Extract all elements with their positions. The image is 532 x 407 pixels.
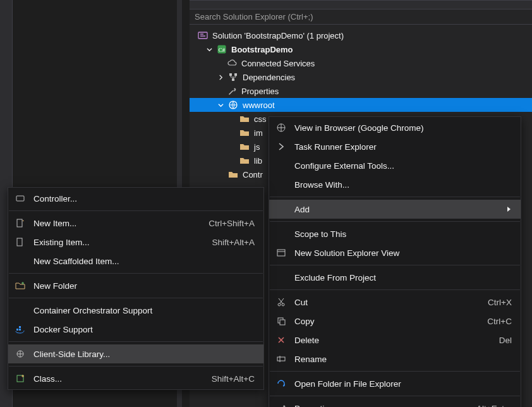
rename-icon: [274, 353, 288, 365]
svg-point-9: [278, 303, 281, 306]
open-icon: [274, 378, 288, 389]
menu-docker-support[interactable]: Docker Support: [8, 320, 263, 339]
solution-label: Solution 'BootstrapDemo' (1 project): [212, 31, 344, 40]
globe-icon: [227, 100, 239, 110]
menu-browse-with[interactable]: Browse With...: [269, 175, 521, 194]
context-menu: View in Browser (Google Chrome) Task Run…: [269, 116, 521, 407]
menu-separator: [270, 197, 520, 197]
svg-rect-16: [17, 238, 22, 246]
menu-separator: [9, 298, 263, 298]
menu-new-solution-explorer-view[interactable]: New Solution Explorer View: [269, 243, 521, 262]
add-submenu: Controller... New Item... Ctrl+Shift+A E…: [8, 187, 264, 390]
svg-rect-15: [17, 219, 22, 227]
menu-separator: [270, 289, 520, 290]
docker-icon: [13, 324, 27, 335]
connected-services-node[interactable]: Connected Services: [190, 56, 532, 70]
new-item-icon: [13, 217, 27, 229]
menu-exclude-from-project[interactable]: Exclude From Project: [269, 268, 521, 287]
menu-properties[interactable]: Properties Alt+Enter: [269, 399, 521, 407]
copy-icon: [274, 315, 288, 327]
expander-closed-icon[interactable]: [216, 73, 225, 82]
svg-rect-17: [16, 329, 18, 331]
new-folder-icon: [13, 280, 27, 291]
wrench-icon: [226, 86, 238, 96]
class-icon: [13, 373, 27, 384]
menu-view-in-browser[interactable]: View in Browser (Google Chrome): [269, 118, 521, 137]
svg-rect-3: [229, 73, 232, 76]
folder-icon: [239, 128, 250, 138]
menu-client-side-library[interactable]: Client-Side Library...: [8, 344, 263, 363]
menu-separator: [9, 366, 263, 367]
menu-configure-external-tools[interactable]: Configure External Tools...: [269, 156, 521, 175]
folder-icon: [239, 142, 250, 152]
window-icon: [274, 247, 288, 258]
menu-rename[interactable]: Rename: [269, 349, 521, 368]
dependencies-node[interactable]: Dependencies: [190, 70, 532, 84]
csharp-project-icon: C#: [216, 44, 227, 54]
svg-text:C#: C#: [219, 47, 226, 53]
svg-rect-4: [234, 73, 237, 76]
library-icon: [13, 348, 27, 360]
menu-separator: [270, 265, 520, 265]
menu-copy[interactable]: Copy Ctrl+C: [269, 312, 521, 331]
svg-rect-12: [280, 320, 285, 325]
menu-separator: [270, 396, 520, 396]
menu-controller[interactable]: Controller...: [8, 189, 263, 208]
wrench-icon: [274, 403, 288, 407]
svg-rect-13: [277, 357, 285, 361]
wwwroot-node[interactable]: wwwroot: [190, 98, 532, 112]
submenu-arrow-icon: [507, 205, 512, 214]
existing-item-icon: [13, 236, 27, 248]
menu-separator: [9, 210, 263, 211]
menu-open-folder-in-explorer[interactable]: Open Folder in File Explorer: [269, 374, 521, 393]
menu-separator: [270, 221, 520, 222]
folder-icon: [239, 155, 250, 166]
menu-container-orchestrator[interactable]: Container Orchestrator Support: [8, 301, 263, 320]
cut-icon: [274, 296, 288, 308]
menu-scope-to-this[interactable]: Scope to This: [269, 224, 521, 243]
svg-rect-18: [19, 329, 21, 331]
menu-delete[interactable]: Delete Del: [269, 331, 521, 349]
dependencies-icon: [227, 72, 239, 82]
expander-open-icon[interactable]: [216, 100, 225, 109]
svg-rect-14: [16, 196, 24, 201]
solution-icon: [197, 30, 209, 40]
cloud-icon: [226, 58, 238, 68]
controller-icon: [13, 193, 27, 204]
folder-icon: [227, 169, 239, 179]
search-input[interactable]: Search Solution Explorer (Ctrl+;): [190, 9, 532, 25]
project-node[interactable]: C# BootstrapDemo: [190, 42, 532, 56]
delete-icon: [274, 334, 288, 346]
menu-new-scaffolded-item[interactable]: New Scaffolded Item...: [8, 252, 263, 270]
menu-cut[interactable]: Cut Ctrl+X: [269, 293, 521, 312]
svg-rect-19: [19, 326, 21, 328]
menu-new-item[interactable]: New Item... Ctrl+Shift+A: [8, 214, 263, 233]
menu-task-runner[interactable]: Task Runner Explorer: [269, 137, 521, 156]
chevron-right-icon: [274, 141, 288, 152]
menu-add[interactable]: Add: [269, 200, 521, 219]
project-label: BootstrapDemo: [231, 45, 293, 54]
svg-rect-5: [232, 78, 234, 81]
solution-node[interactable]: Solution 'BootstrapDemo' (1 project): [190, 28, 532, 42]
menu-class[interactable]: Class... Shift+Alt+C: [8, 369, 263, 388]
browser-icon: [274, 122, 288, 133]
expander-open-icon[interactable]: [205, 45, 214, 54]
properties-node[interactable]: Properties: [190, 84, 532, 98]
menu-separator: [270, 371, 520, 372]
menu-new-folder[interactable]: New Folder: [8, 276, 263, 295]
solution-explorer-toolbar[interactable]: [190, 1, 532, 9]
svg-rect-8: [277, 250, 285, 256]
menu-separator: [9, 341, 263, 342]
svg-rect-0: [198, 32, 207, 39]
svg-point-10: [282, 303, 284, 306]
menu-separator: [9, 273, 263, 274]
menu-existing-item[interactable]: Existing Item... Shift+Alt+A: [8, 233, 263, 252]
folder-icon: [239, 114, 250, 124]
